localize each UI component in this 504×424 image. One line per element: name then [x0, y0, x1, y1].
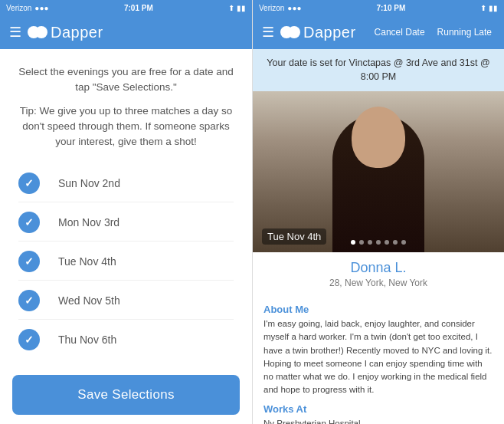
- status-bar-left: Verizon ●●● 7:01 PM ⬆ ▮▮: [0, 0, 252, 15]
- running-late-button[interactable]: Running Late: [434, 25, 495, 39]
- works-at-title: Works At: [263, 403, 493, 415]
- status-left-right: Verizon ●●●: [259, 4, 301, 12]
- nav-bar-right: ☰ Dapper Cancel Date Running Late: [253, 15, 504, 49]
- profile-photo-area: Tue Nov 4th: [253, 91, 504, 252]
- dot-1[interactable]: [351, 240, 355, 245]
- wifi-icon-left: ●●●: [34, 4, 48, 12]
- profile-name: Donna L.: [263, 260, 493, 276]
- save-selections-button[interactable]: Save Selections: [12, 375, 240, 415]
- profile-age: 28: [329, 278, 339, 288]
- profile-location: New York, New York: [345, 278, 427, 288]
- right-panel: Verizon ●●● 7:10 PM ⬆ ▮▮ ☰ Dapper Cancel…: [252, 0, 504, 424]
- about-me-body: I'm easy going, laid back, enjoy laughte…: [263, 317, 493, 397]
- check-thu: [18, 329, 40, 350]
- logo-circle-2: [35, 26, 47, 38]
- nav-bar-left: ☰ Dapper: [0, 15, 252, 49]
- dot-2[interactable]: [359, 240, 364, 245]
- instruction-line2: Tip: We give you up to three matches a d…: [18, 104, 234, 150]
- date-label-sun: Sun Nov 2nd: [58, 177, 120, 189]
- dot-7[interactable]: [401, 240, 406, 245]
- logo-left: Dapper: [28, 24, 103, 41]
- logo-circles-left: [28, 26, 47, 38]
- date-label-wed: Wed Nov 5th: [58, 294, 120, 307]
- left-panel: Verizon ●●● 7:01 PM ⬆ ▮▮ ☰ Dapper Select…: [0, 0, 252, 424]
- instruction-area: Select the evenings you are free for a d…: [0, 49, 252, 159]
- profile-info: Donna L. 28, New York, New York: [253, 252, 504, 293]
- status-right-right: ⬆ ▮▮: [480, 4, 498, 12]
- logo-circles-right: [280, 26, 300, 38]
- logo-circle-4: [288, 26, 300, 38]
- status-left: Verizon ●●●: [6, 4, 48, 12]
- save-btn-area: Save Selections: [0, 364, 252, 424]
- time-right: 7:10 PM: [376, 4, 405, 12]
- wifi-icon-right: ●●●: [287, 4, 301, 12]
- works-at-body: Ny Presbyterian Hospital: [263, 417, 493, 425]
- date-item-thu[interactable]: Thu Nov 6th: [18, 321, 234, 358]
- check-tue: [18, 251, 40, 272]
- status-bar-right: Verizon ●●● 7:10 PM ⬆ ▮▮: [253, 0, 504, 15]
- dot-6[interactable]: [393, 240, 398, 245]
- dot-5[interactable]: [385, 240, 389, 245]
- profile-scroll[interactable]: About Me I'm easy going, laid back, enjo…: [253, 293, 504, 424]
- profile-age-location: 28, New York, New York: [263, 278, 493, 288]
- date-label-mon: Mon Nov 3rd: [58, 216, 119, 228]
- dot-3[interactable]: [368, 240, 372, 245]
- date-label-thu: Thu Nov 6th: [58, 334, 116, 346]
- battery-icon-left: ⬆ ▮▮: [228, 4, 246, 12]
- nav-actions: Cancel Date Running Late: [371, 25, 495, 39]
- logo-right: Dapper: [280, 24, 356, 41]
- hamburger-icon-right[interactable]: ☰: [262, 24, 274, 41]
- date-item-wed[interactable]: Wed Nov 5th: [18, 282, 234, 320]
- carrier-left: Verizon: [6, 4, 31, 12]
- photo-dots: [253, 240, 504, 245]
- check-mon: [18, 212, 40, 233]
- hamburger-icon-left[interactable]: ☰: [9, 24, 21, 41]
- dot-4[interactable]: [376, 240, 381, 245]
- date-list: Sun Nov 2nd Mon Nov 3rd Tue Nov 4th Wed …: [0, 159, 252, 364]
- time-left: 7:01 PM: [124, 4, 153, 12]
- instruction-line1: Select the evenings you are free for a d…: [18, 64, 234, 96]
- logo-text-left: Dapper: [51, 24, 103, 41]
- battery-icon-right: ⬆ ▮▮: [480, 4, 498, 12]
- date-item-tue[interactable]: Tue Nov 4th: [18, 243, 234, 281]
- cancel-date-button[interactable]: Cancel Date: [371, 25, 428, 39]
- logo-text-right: Dapper: [303, 24, 356, 41]
- date-notification: Your date is set for Vinctapas @ 3rd Ave…: [253, 49, 504, 91]
- date-item-sun[interactable]: Sun Nov 2nd: [18, 165, 234, 202]
- date-item-mon[interactable]: Mon Nov 3rd: [18, 204, 234, 242]
- check-wed: [18, 290, 40, 311]
- about-me-title: About Me: [263, 304, 493, 315]
- status-right-left: ⬆ ▮▮: [228, 4, 246, 12]
- check-sun: [18, 173, 40, 194]
- carrier-right: Verizon: [259, 4, 284, 12]
- date-label-tue: Tue Nov 4th: [58, 255, 116, 268]
